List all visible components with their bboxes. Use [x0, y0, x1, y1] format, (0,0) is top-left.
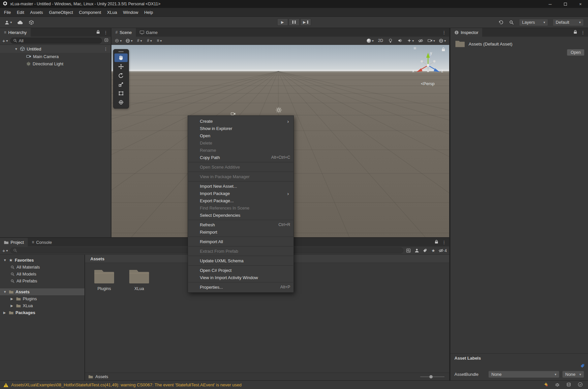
context-menu-item[interactable]: Rename › — [188, 146, 294, 154]
context-menu-item[interactable]: Show in Explorer › — [188, 125, 294, 132]
tool-settings-dropdown[interactable]: ▾ — [115, 37, 122, 44]
context-menu-item[interactable]: Properties... Alt+P › — [188, 283, 294, 291]
scene-camera-dropdown[interactable]: ▾ — [428, 37, 435, 44]
scene-options-icon[interactable]: ⋮ — [104, 47, 111, 51]
slider-handle[interactable] — [429, 375, 433, 378]
pause-button[interactable] — [289, 18, 299, 26]
favorites-item[interactable]: All Prefabs — [0, 277, 84, 284]
context-menu-item[interactable]: Create › — [188, 117, 294, 125]
palette-drag-handle[interactable] — [118, 51, 124, 52]
pivot-dropdown[interactable]: ▾ — [126, 37, 133, 44]
scale-tool-button[interactable] — [114, 80, 128, 89]
tab-scene[interactable]: # Scene — [111, 28, 136, 37]
open-button[interactable]: Open — [567, 49, 584, 56]
menu-item[interactable]: GameObject — [46, 8, 76, 16]
hierarchy-search-input[interactable]: All — [10, 38, 102, 44]
layout-dropdown[interactable]: Default ▾ — [553, 19, 584, 26]
move-tool-button[interactable] — [114, 62, 128, 71]
transform-tool-button[interactable] — [114, 98, 128, 107]
snap-settings-dropdown[interactable]: # ▾ — [146, 37, 152, 44]
menu-item[interactable]: Help — [141, 8, 156, 16]
context-menu-item[interactable]: View in Package Manager › — [188, 173, 294, 180]
picker-target-icon[interactable] — [104, 38, 108, 43]
thumbnail-zoom-slider[interactable] — [420, 376, 445, 377]
hierarchy-item[interactable]: Main Camera — [0, 53, 111, 60]
packages-root-row[interactable]: ▶ Packages — [0, 309, 84, 316]
assetbundle-dropdown[interactable]: None ▾ — [488, 371, 559, 378]
label-tag-icon[interactable] — [580, 364, 585, 369]
context-menu-item[interactable]: Open C# Project › — [188, 267, 294, 274]
assetbundle-variant-dropdown[interactable]: None ▾ — [562, 371, 584, 378]
context-menu-item[interactable]: Import New Asset... › — [188, 182, 294, 190]
orientation-gizmo[interactable]: y x z — [412, 50, 444, 79]
tab-project[interactable]: Project — [0, 238, 28, 246]
grid-visibility-dropdown[interactable]: # ▾ — [137, 37, 142, 44]
asset-folder-tile[interactable]: XLua — [124, 268, 154, 291]
create-asset-dropdown[interactable]: + ▾ — [2, 248, 8, 253]
tab-console[interactable]: ≡ Console — [28, 238, 56, 246]
more-menu-icon[interactable]: ⋮ — [442, 30, 446, 35]
services-button[interactable] — [28, 19, 34, 26]
scene-row-untitled[interactable]: ▼ Untitled ⋮ — [0, 45, 111, 53]
context-menu-item[interactable]: Reimport All › — [188, 238, 294, 245]
menu-item[interactable]: Edit — [14, 8, 27, 16]
minimize-button[interactable]: ─ — [542, 0, 558, 8]
scene-visibility-toggle[interactable] — [418, 37, 424, 44]
close-button[interactable]: × — [573, 0, 588, 8]
lock-icon[interactable] — [96, 30, 100, 35]
menu-item[interactable]: Window — [120, 8, 141, 16]
menu-item[interactable]: File — [1, 8, 14, 16]
assets-root-row[interactable]: ▼ Assets — [0, 288, 84, 295]
create-dropdown[interactable]: + ▾ — [2, 38, 8, 43]
foldout-closed-icon[interactable]: ▶ — [11, 297, 14, 301]
menu-item[interactable]: XLua — [104, 8, 120, 16]
lock-icon[interactable] — [573, 30, 577, 35]
shading-mode-dropdown[interactable]: ▾ — [367, 37, 374, 44]
snap-increment-dropdown[interactable]: ≡ ▾ — [156, 37, 162, 44]
context-menu-item[interactable]: Open Scene Additive › — [188, 163, 294, 171]
cache-server-icon[interactable] — [567, 382, 571, 388]
search-button[interactable] — [509, 19, 514, 26]
step-button[interactable]: ▶ — [300, 18, 311, 26]
favorites-item[interactable]: All Models — [0, 271, 84, 277]
search-by-label-icon[interactable] — [422, 247, 428, 254]
context-menu-item[interactable]: Open › — [188, 132, 294, 139]
persp-toggle[interactable]: <Persp — [414, 81, 442, 86]
menu-item[interactable]: Component — [76, 8, 104, 16]
open-search-window-icon[interactable] — [406, 247, 412, 254]
effects-dropdown[interactable]: ▾ — [407, 37, 414, 44]
hierarchy-item[interactable]: Directional Light — [0, 60, 111, 67]
2d-toggle[interactable]: 2D — [378, 37, 384, 44]
asset-labels-header[interactable]: Asset Labels — [450, 354, 588, 362]
search-favorites-icon[interactable]: ★ — [430, 247, 436, 254]
context-menu-item[interactable]: Select Dependencies › — [188, 211, 294, 219]
console-status-message[interactable]: Assets\XLua\Examples\08_Hotfix\Statefull… — [11, 382, 241, 387]
play-button[interactable]: ▶ — [277, 18, 288, 26]
rect-tool-button[interactable] — [114, 89, 128, 98]
context-menu-item[interactable]: Export Package... › — [188, 197, 294, 204]
gizmos-dropdown[interactable]: ▾ — [439, 37, 446, 44]
context-menu-item[interactable]: Reimport › — [188, 228, 294, 236]
asset-folder-row[interactable]: ▶ Plugins — [0, 295, 84, 302]
hidden-packages-toggle[interactable]: 4 — [439, 247, 447, 254]
more-menu-icon[interactable]: ⋮ — [104, 30, 108, 35]
context-menu-item[interactable]: View in Import Activity Window › — [188, 274, 294, 281]
foldout-open-icon[interactable]: ▼ — [3, 258, 7, 262]
tab-hierarchy[interactable]: ≡ Hierarchy — [0, 28, 31, 37]
notifications-icon[interactable] — [544, 382, 548, 388]
tab-inspector[interactable]: Inspector — [450, 28, 482, 37]
asset-folder-tile[interactable]: Plugins — [89, 268, 119, 291]
foldout-open-icon[interactable]: ▼ — [3, 290, 7, 294]
context-menu-item[interactable]: Extract From Prefab › — [188, 247, 294, 255]
foldout-closed-icon[interactable]: ▶ — [11, 304, 14, 308]
context-menu-item[interactable]: Find References In Scene › — [188, 204, 294, 211]
lighting-toggle[interactable] — [387, 37, 393, 44]
search-by-type-icon[interactable] — [414, 247, 420, 254]
cloud-button[interactable] — [17, 19, 23, 26]
context-menu-item[interactable]: Update UXML Schema › — [188, 257, 294, 264]
context-menu-item[interactable]: Delete › — [188, 139, 294, 146]
audio-toggle[interactable] — [397, 37, 403, 44]
context-menu-item[interactable]: Import Package › — [188, 190, 294, 197]
account-dropdown[interactable]: ▾ — [5, 19, 12, 26]
asset-folder-row[interactable]: ▶ XLua — [0, 302, 84, 309]
